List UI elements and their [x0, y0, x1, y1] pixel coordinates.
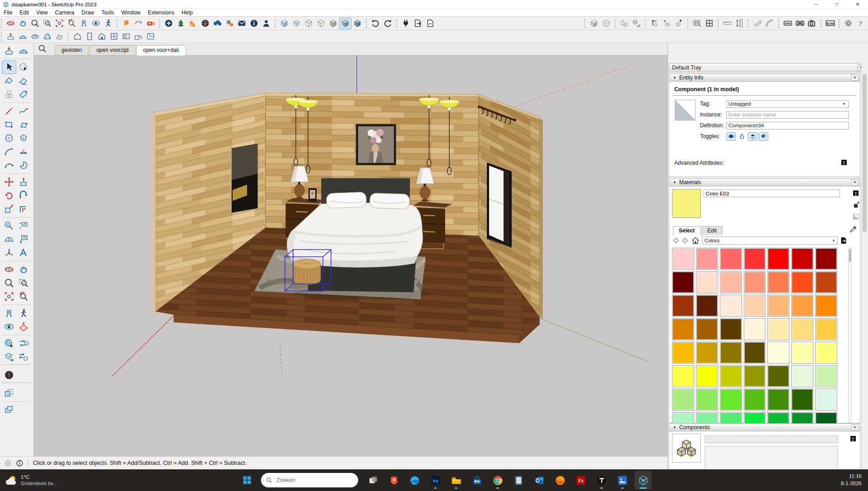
- menu-camera[interactable]: Camera: [51, 9, 78, 16]
- box-solid-button[interactable]: [588, 18, 600, 29]
- rock-arrow-button[interactable]: [661, 18, 673, 29]
- pie-button[interactable]: [16, 158, 31, 172]
- sandbox-stamp-button[interactable]: [5, 31, 17, 42]
- material-name-input[interactable]: [704, 190, 840, 197]
- palette-scrollbar[interactable]: [848, 248, 852, 423]
- settings-button[interactable]: [842, 18, 854, 29]
- color-swatch[interactable]: [720, 271, 742, 293]
- taskbar-app-filezilla[interactable]: Fz: [572, 471, 589, 489]
- floor-plan-button[interactable]: [145, 31, 157, 42]
- extension-layers-button[interactable]: [2, 350, 16, 364]
- sandbox-grid-button[interactable]: [17, 31, 29, 42]
- house-entry-button[interactable]: [96, 31, 108, 42]
- components-expand-button[interactable]: [849, 435, 857, 444]
- component-search-field[interactable]: [705, 435, 838, 443]
- taskbar-app-firefox[interactable]: [551, 471, 569, 489]
- taskbar-app-photos[interactable]: [614, 471, 631, 489]
- export-file-button[interactable]: [412, 18, 424, 29]
- select-button[interactable]: [2, 60, 16, 74]
- zoom-button[interactable]: [29, 18, 41, 29]
- view-left-button[interactable]: [351, 18, 364, 29]
- window-grid-button[interactable]: [108, 31, 120, 42]
- wall-corner-button[interactable]: [618, 18, 630, 29]
- tape-measure-button[interactable]: [2, 219, 16, 232]
- color-swatch[interactable]: [696, 295, 718, 317]
- color-swatch[interactable]: [672, 342, 694, 364]
- instance-input[interactable]: [726, 111, 849, 119]
- drag-handle[interactable]: [159, 19, 162, 28]
- color-swatch[interactable]: [696, 389, 718, 411]
- units-mm-button[interactable]: mm: [782, 18, 794, 29]
- color-swatch[interactable]: [815, 342, 837, 364]
- color-swatch[interactable]: [791, 248, 813, 270]
- drag-handle[interactable]: [584, 19, 587, 28]
- rock-plus-button[interactable]: [673, 18, 685, 29]
- material-preview-swatch[interactable]: [672, 189, 701, 218]
- taskbar-search[interactable]: [261, 473, 358, 487]
- color-swatch[interactable]: [720, 365, 742, 387]
- taskbar-app-chrome[interactable]: [489, 471, 506, 489]
- taskbar-app-photoshop[interactable]: Ps: [427, 471, 444, 489]
- color-swatch[interactable]: [767, 342, 789, 364]
- menu-tools[interactable]: Tools: [98, 9, 118, 16]
- geolocation-icon[interactable]: [4, 459, 12, 467]
- back-arrow-icon[interactable]: [671, 236, 680, 245]
- cast-shadows-toggle[interactable]: [759, 132, 768, 141]
- eraser-button[interactable]: [16, 74, 31, 88]
- color-swatch[interactable]: [744, 365, 766, 387]
- collapse-triangle-icon[interactable]: ▼: [673, 181, 677, 185]
- receive-shadows-toggle[interactable]: [748, 132, 757, 141]
- drag-handle[interactable]: [821, 19, 823, 28]
- snapshot-button[interactable]: [806, 18, 818, 29]
- color-swatch[interactable]: [696, 365, 718, 387]
- viewport[interactable]: [34, 56, 667, 456]
- forward-arrow-icon[interactable]: [681, 236, 690, 245]
- maximize-button[interactable]: □: [826, 0, 847, 9]
- color-swatch[interactable]: [791, 318, 813, 340]
- drag-handle[interactable]: [687, 19, 690, 28]
- zoom-window-button[interactable]: [16, 276, 31, 290]
- drag-handle[interactable]: [1, 32, 4, 41]
- menu-view[interactable]: View: [33, 9, 51, 16]
- view-right-button[interactable]: [315, 18, 327, 29]
- weather-widget[interactable]: 1°C Grotendeels be...: [5, 473, 81, 487]
- taskbar-app-task-view[interactable]: [364, 471, 382, 489]
- rotate-button[interactable]: [2, 189, 16, 202]
- window[interactable]: [487, 162, 512, 247]
- color-swatch[interactable]: [744, 412, 766, 424]
- color-swatch[interactable]: [767, 365, 789, 387]
- taskbar-app-outlook[interactable]: [531, 471, 548, 489]
- definition-input[interactable]: [726, 122, 849, 130]
- roof-button[interactable]: [132, 31, 145, 42]
- scene-tab-2[interactable]: open voorzijd: [89, 45, 135, 55]
- taskbar-app-edge[interactable]: [406, 471, 423, 489]
- color-swatch[interactable]: [744, 248, 766, 270]
- view-iso-button[interactable]: [278, 18, 290, 29]
- color-swatch[interactable]: [696, 248, 718, 270]
- materials-tab-select[interactable]: Select: [673, 226, 700, 235]
- color-swatch[interactable]: [672, 389, 694, 411]
- in-model-icon[interactable]: [839, 236, 848, 245]
- push-pull-button[interactable]: [16, 175, 31, 189]
- color-swatch[interactable]: [744, 271, 766, 293]
- zoom-extents-button[interactable]: [2, 290, 16, 303]
- send-mail-button[interactable]: [236, 18, 248, 29]
- home-icon[interactable]: [691, 236, 700, 245]
- visible-eye-toggle[interactable]: [726, 132, 736, 141]
- grid-frame-button[interactable]: [703, 18, 715, 29]
- taskbar-clock[interactable]: 11:16 8-1-2025: [841, 473, 862, 487]
- color-swatch[interactable]: [744, 295, 766, 317]
- color-swatch[interactable]: [815, 318, 837, 340]
- color-swatch[interactable]: [720, 342, 742, 364]
- menu-window[interactable]: Window: [118, 9, 145, 16]
- photo-frame[interactable]: [308, 188, 317, 202]
- look-around-button[interactable]: [2, 320, 16, 334]
- menu-edit[interactable]: Edit: [16, 9, 33, 16]
- color-swatch[interactable]: [696, 318, 718, 340]
- shadows-fan-button[interactable]: [187, 18, 199, 29]
- zoom-previous-button[interactable]: [16, 290, 31, 303]
- sandbox-stamp-button[interactable]: [2, 44, 16, 57]
- arc-button[interactable]: [2, 145, 16, 158]
- wall-art-left[interactable]: [231, 144, 257, 213]
- drag-handle[interactable]: [117, 19, 119, 28]
